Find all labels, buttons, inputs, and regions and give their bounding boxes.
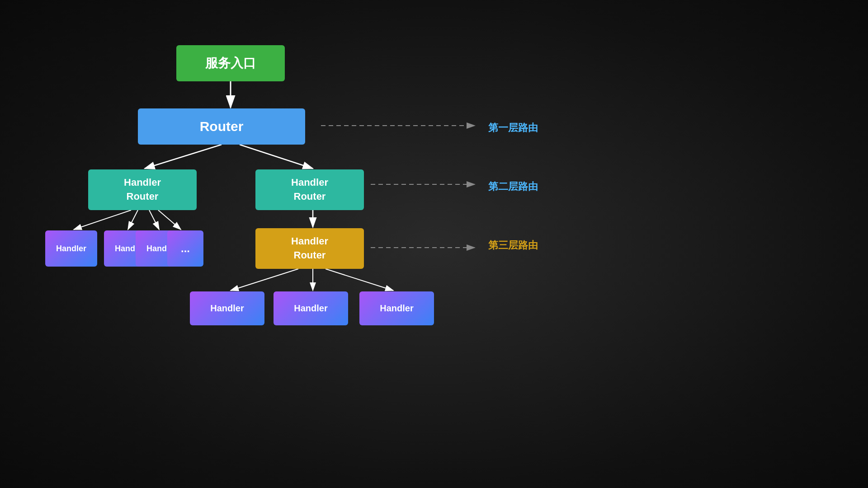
diagram-container: 服务入口 Router Handler Router Handler Route…	[0, 0, 868, 488]
handler-router-right-node: Handler Router	[255, 169, 364, 210]
entry-node: 服务入口	[176, 45, 285, 81]
handler-1-label: Handler	[56, 244, 86, 253]
handler-bottom-2-node: Handler	[274, 291, 348, 325]
handler-bottom-2-label: Handler	[294, 303, 327, 314]
svg-line-4	[240, 145, 313, 169]
handler-1-node: Handler	[45, 230, 97, 267]
router-1-label: Router	[200, 119, 244, 134]
handler-router-right-label: Handler Router	[291, 176, 328, 204]
svg-line-5	[74, 210, 131, 230]
handler-bottom-1-node: Handler	[190, 291, 264, 325]
handler-bottom-1-label: Handler	[210, 303, 244, 314]
svg-line-3	[145, 145, 222, 169]
handler-dots-label: ...	[181, 242, 190, 255]
router-1-node: Router	[138, 108, 305, 145]
handler-router-3-node: Handler Router	[255, 228, 364, 269]
svg-line-7	[149, 210, 159, 230]
entry-label: 服务入口	[205, 55, 256, 72]
handler-dots-node: ...	[167, 230, 203, 267]
handler-router-3-label: Handler Router	[291, 235, 328, 263]
svg-line-12	[326, 269, 393, 291]
svg-line-8	[158, 210, 181, 230]
handler-router-left-label: Handler Router	[124, 176, 161, 204]
handler-bottom-3-label: Handler	[380, 303, 413, 314]
svg-line-6	[128, 210, 138, 230]
handler-bottom-3-node: Handler	[359, 291, 434, 325]
handler-router-left-node: Handler Router	[88, 169, 197, 210]
svg-line-10	[231, 269, 298, 291]
layer3-label: 第三层路由	[488, 239, 538, 252]
layer1-label: 第一层路由	[488, 121, 538, 135]
layer2-label: 第二层路由	[488, 180, 538, 193]
